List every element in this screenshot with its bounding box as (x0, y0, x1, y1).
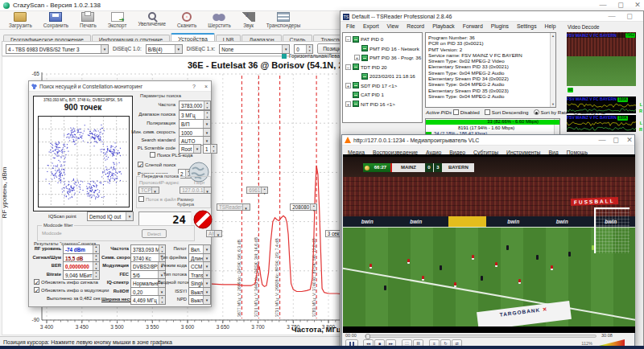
ad-text: bwin (556, 219, 568, 224)
menu-item[interactable]: Help (541, 22, 560, 31)
result-field[interactable]: Выкл. (188, 295, 211, 305)
minimize-icon[interactable]: — (597, 135, 608, 146)
details-scrollbar[interactable] (550, 33, 555, 107)
minimize-icon[interactable]: — (606, 11, 617, 23)
player (369, 264, 372, 269)
right-channel-label: R (639, 127, 642, 132)
menu-item[interactable]: Playback (428, 22, 459, 31)
param-field2[interactable]: 1 (203, 144, 217, 154)
expander-icon[interactable]: + (345, 101, 351, 107)
pid-option[interactable]: Disabled (453, 109, 480, 115)
audio2-waveform: L R (567, 121, 636, 132)
audio1-waveform: L R (567, 102, 636, 113)
modcode-select[interactable]: All (206, 230, 222, 237)
stream-app-select[interactable]: TSReader (217, 203, 250, 211)
expander-icon[interactable]: − (345, 64, 351, 70)
ip-select[interactable]: 127.0.0.1 (180, 187, 211, 194)
pls-checkbox[interactable] (150, 152, 155, 158)
ad-boards: bwinbwinbwinbwinbwinbwin (343, 216, 635, 227)
option-box[interactable] (453, 109, 459, 115)
help-icon[interactable]: ? (188, 81, 200, 92)
taskbar-edge[interactable] (0, 346, 644, 349)
update-mod-checkbox[interactable] (34, 287, 39, 293)
tsreader-titlebar[interactable]: TS Default -- TSReader Professional 2.8.… (341, 11, 643, 22)
stop-button[interactable] (193, 210, 213, 229)
file-checkbox[interactable] (138, 196, 144, 202)
buffer-stepper[interactable]: 208080 (290, 203, 317, 211)
file-stream-row[interactable]: Поток в файл (138, 196, 176, 203)
result-field[interactable]: 9,046 МБит (63, 270, 100, 280)
svg-text:3677 МГц; V; 2699 Кс; QPSK; 5/: 3677 МГц; V; 2699 Кс; QPSK; 5/6; 6,3 dB (237, 239, 242, 317)
tree-item[interactable]: +PMT PID 36 - Progr. 36 (343, 53, 422, 63)
away-score: 3 (434, 163, 442, 172)
expander-icon[interactable]: − (345, 36, 351, 42)
blind-checkbox[interactable] (138, 162, 143, 167)
expander-icon[interactable]: + (354, 55, 360, 60)
menu-item[interactable]: Settings (513, 22, 541, 31)
constellation-dialog: Поиск несущей и Constellation-мониторинг… (28, 80, 212, 307)
param-row: Мин. симв. скорость 1000 (119, 128, 211, 135)
menu-item[interactable]: Export (359, 22, 383, 31)
port-stepper[interactable]: 6961 (246, 187, 268, 194)
menu-item[interactable]: Forward (459, 22, 487, 31)
pid-option[interactable]: Sort Descending (485, 109, 529, 115)
player (551, 265, 553, 270)
detail-line: Stream Type: 0x02 MPEG-2 Video (428, 58, 555, 64)
menu-item[interactable]: View (383, 22, 403, 31)
option-box[interactable] (485, 109, 490, 115)
update-signal-checkbox[interactable] (34, 279, 39, 285)
seek-thumb[interactable] (365, 334, 370, 339)
yellow-ad-board (448, 216, 486, 227)
video-area[interactable]: bwinbwinbwinbwinbwinbwin FUSSBALL TARGOB… (343, 154, 635, 333)
pid-option[interactable]: Sort by Rate (534, 109, 568, 115)
home-score: 0 (425, 163, 433, 172)
video-decode-label: Video Decode (568, 24, 599, 30)
menu-item[interactable]: File (342, 22, 359, 31)
blind-search-row[interactable]: Слепой поиск (138, 162, 175, 169)
update-signal-row[interactable]: Обновлять инфо сигнала (34, 279, 98, 286)
seek-slider[interactable] (365, 335, 597, 338)
ip-label: IP-адрес (159, 180, 179, 185)
expander-icon[interactable]: + (345, 83, 351, 88)
svg-text:3 550: 3 550 (146, 324, 159, 330)
menu-item[interactable]: Plugins (487, 22, 513, 31)
param-row: Частота 3783,000 МГц (119, 101, 211, 108)
result-row: Тип фрейма Длинный (158, 253, 211, 261)
close-icon[interactable]: ✕ (624, 135, 635, 146)
tree-item[interactable]: −PAT PID 0 (343, 35, 422, 44)
svg-text:3 600: 3 600 (181, 324, 195, 330)
maximize-icon[interactable]: ◻ (624, 11, 635, 23)
svg-text:3731 МГц; V; 29828 Кс; 8PSK; 2: 3731 МГц; V; 29828 Кс; 8PSK; 2/3; 7,4 dB (275, 238, 279, 317)
tree-item[interactable]: +NIT PID 16 <1> (343, 100, 422, 109)
pls-search-row[interactable]: Поиск PLS-кода (150, 152, 192, 159)
iqscan-select[interactable]: Demod IQ out (87, 211, 134, 221)
maximize-icon[interactable]: ◻ (610, 135, 621, 146)
ad-text: bwin (410, 219, 422, 224)
close-icon[interactable]: × (200, 81, 212, 92)
tree-item[interactable]: +SDT PID 17 <1> (343, 81, 422, 91)
detect-button[interactable]: Detect (142, 229, 167, 238)
program-details-pane: Program Number: 36PCR on PID 33 (0x0021)… (425, 32, 556, 108)
detail-line: Elementary Stream PID 35 (0x0023) (428, 88, 555, 93)
params-caption: Параметры поиска (138, 93, 183, 98)
tree-item[interactable]: −TDT PID 20 (343, 63, 422, 72)
tree-item[interactable]: PMT PID 16 - Network (343, 44, 422, 54)
param-field[interactable]: 3783,000 МГц (179, 101, 211, 110)
param-row: Поляризация В/П (119, 119, 211, 126)
proto-select[interactable]: TCP (138, 187, 159, 194)
tsreader-menubar: FileExportViewRecordPlaybackForwardPlugi… (342, 22, 560, 31)
menu-item[interactable]: Record (402, 22, 428, 31)
tree-item[interactable]: CAT PID 1 (343, 90, 422, 100)
pid-row[interactable]: 8191 (17.94% - 1.60 Mbps) (426, 125, 559, 132)
svg-text:-90: -90 (32, 317, 40, 322)
thumb-bitrate-badge: 7962 (625, 33, 635, 38)
tree-item[interactable]: 2023/02/01 21:18:16 (343, 72, 422, 81)
update-mod-row[interactable]: Обновлять инфо о модуляции (34, 287, 109, 294)
dialog-titlebar[interactable]: Поиск несущей и Constellation-мониторинг… (29, 81, 211, 92)
pid-row[interactable]: 33 (82.66% - 6.60 Mbps) (426, 119, 559, 125)
stadium-crowd (343, 177, 635, 216)
vlc-titlebar[interactable]: http://127.0.0.1:1234 - Медиапроигрывате… (342, 135, 634, 146)
option-box[interactable] (534, 109, 539, 115)
right-channel-label: R (639, 109, 642, 113)
ad-text: bwin (361, 219, 374, 224)
